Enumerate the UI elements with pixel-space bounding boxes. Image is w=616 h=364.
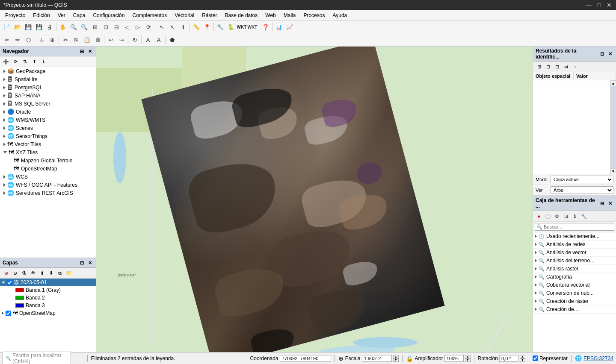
label2-btn[interactable]: A [154, 35, 164, 45]
nav-item-sensorthings[interactable]: 🌐 SensorThings [0, 132, 96, 140]
cut-btn[interactable]: ✂ [60, 35, 71, 45]
nav-item-mapzen[interactable]: 🗺 Mapzen Global Terrain [0, 156, 96, 164]
menu-basedatos[interactable]: Base de datos [222, 12, 261, 19]
nav-item-scenes[interactable]: 🌐 Scenes [0, 124, 96, 132]
minimize-button[interactable]: — [585, 2, 592, 9]
osm-layer-checkbox[interactable] [6, 311, 11, 316]
layers-filter-btn[interactable]: ⚗ [20, 269, 28, 277]
navigator-collapse-icon[interactable]: ⊟ [78, 48, 85, 55]
chart1-btn[interactable]: 📊 [274, 22, 284, 32]
layers-collapse-icon[interactable]: ⊟ [78, 259, 85, 266]
snap-btn[interactable]: ⊕ [47, 35, 57, 45]
nav-item-wcs[interactable]: 🌐 WCS [0, 173, 96, 181]
deselect-btn[interactable]: ↖ [167, 22, 178, 32]
nav-item-mssql[interactable]: 🗄 MS SQL Server [0, 100, 96, 108]
toolbox-btn2[interactable]: 🕐 [544, 212, 552, 220]
rot-spin-down[interactable]: ▼ [520, 358, 525, 362]
layer-item-osm[interactable]: 🗺 OpenStreetMap [0, 309, 96, 317]
status-rot-spin[interactable]: ▲ ▼ [520, 355, 525, 362]
zoom-in-btn[interactable]: 🔍 [68, 22, 79, 32]
pan-prev-btn[interactable]: ◁ [122, 22, 132, 32]
nav-item-geopackage[interactable]: 📦 GeoPackage [0, 67, 96, 75]
map-canvas[interactable]: Matapana Bora River [96, 47, 533, 352]
toolbox-item-vector[interactable]: 🔍 Análisis de vector [533, 249, 616, 257]
nav-item-saphana[interactable]: 🗄 SAP HANA [0, 91, 96, 100]
diagram-btn[interactable]: ⬟ [167, 35, 177, 45]
layers-close-icon[interactable]: ✕ [86, 259, 93, 266]
menu-raster[interactable]: Ráster [198, 12, 220, 19]
toolbox-item-cobertura[interactable]: 🔍 Cobertura vectorial [533, 281, 616, 289]
status-scale-spin[interactable]: ▲ ▼ [393, 355, 399, 362]
select-btn[interactable]: ↖ [157, 22, 167, 32]
mode-select[interactable]: Capa actual [551, 176, 613, 183]
map-area[interactable]: Matapana Bora River [96, 47, 533, 352]
menu-edicion[interactable]: Edición [30, 12, 53, 19]
status-epsg[interactable]: EPSG:32734 [583, 355, 613, 361]
undo-btn[interactable]: ↩ [106, 35, 116, 45]
nav-item-osm[interactable]: 🗺 OpenStreetMap [0, 164, 96, 173]
toolbox-collapse-icon[interactable]: ⊟ [598, 200, 605, 207]
nav-filter-btn[interactable]: ⚗ [21, 57, 29, 66]
toolbox-btn5[interactable]: ℹ [571, 212, 579, 220]
toolbox-item-redes[interactable]: 🔍 Análisis de redes [533, 241, 616, 249]
amp-spin-down[interactable]: ▼ [465, 358, 471, 362]
toolbox-btn6[interactable]: 🔧 [580, 212, 588, 220]
layers-remove-btn[interactable]: ⊖ [11, 269, 19, 277]
toolbox-item-raster-analisis[interactable]: 🔍 Análisis ráster [533, 265, 616, 273]
results-collapse-icon[interactable]: ⊟ [598, 50, 605, 57]
toolbox-item-conversion[interactable]: 🔍 Conversión de nub... [533, 289, 616, 297]
toolbox-close-icon[interactable]: ✕ [607, 200, 613, 207]
status-amp-spin[interactable]: ▲ ▼ [465, 355, 471, 362]
toolbox-btn3[interactable]: ⚙ [553, 212, 561, 220]
nav-item-arcgis[interactable]: 🌐 Servidores REST ArcGIS [0, 189, 96, 197]
close-button[interactable]: ✕ [606, 2, 613, 9]
delete-btn[interactable]: 🗑 [92, 35, 103, 45]
pan-next-btn[interactable]: ▷ [133, 22, 143, 32]
toolbox-item-cartografia[interactable]: 🔍 Cartografía [533, 273, 616, 281]
toolbox-item-reciente[interactable]: 🕐 Usado recientemente... [533, 232, 616, 241]
nav-item-spatialite[interactable]: 🗄 SpatiaLite [0, 75, 96, 83]
status-search-box[interactable]: 🔍 Escriba para localizar (Ctrl+K) [3, 352, 71, 364]
menu-vectorial[interactable]: Vectorial [171, 12, 198, 19]
menu-malla[interactable]: Malla [280, 12, 299, 19]
nav-add-btn[interactable]: ➕ [2, 57, 10, 66]
menu-configuracion[interactable]: Configuración [89, 12, 128, 19]
redo-btn[interactable]: ↪ [116, 35, 127, 45]
layers-toggle-btn[interactable]: 👁 [29, 269, 37, 277]
copy-btn[interactable]: ⎘ [71, 35, 81, 45]
pan-btn[interactable]: ✋ [58, 22, 68, 32]
nav-item-postgresql[interactable]: 🗄 PostgreSQL [0, 83, 96, 91]
nav-item-xyztiles[interactable]: 🗺 XYZ Tiles [0, 148, 96, 156]
node-tool-btn[interactable]: ⊹ [36, 35, 47, 45]
results-scroll-up[interactable]: ▲ [610, 80, 616, 86]
help-btn[interactable]: ❓ [261, 22, 271, 32]
results-btn2[interactable]: ⊡ [544, 62, 552, 71]
nav-up-btn[interactable]: ⬆ [30, 57, 38, 66]
refresh-btn[interactable]: ⟳ [143, 22, 154, 32]
rotate-btn[interactable]: ↻ [130, 35, 140, 45]
edit-pen-btn[interactable]: ✏ [12, 35, 23, 45]
status-scale-input[interactable] [362, 355, 392, 362]
menu-web[interactable]: Web [262, 12, 279, 19]
plugins-btn[interactable]: 🔧 [215, 22, 225, 32]
chart2-btn[interactable]: 📈 [284, 22, 295, 32]
label-btn[interactable]: A [143, 35, 153, 45]
layer-item-banda2[interactable]: Banda 2 [0, 294, 96, 302]
status-coord-input[interactable] [280, 355, 331, 362]
results-scroll-down[interactable]: ▼ [610, 168, 616, 174]
menu-ver[interactable]: Ver [54, 12, 69, 19]
toolbox-btn4[interactable]: ⊡ [562, 212, 570, 220]
zoom-out-btn[interactable]: 🔍 [79, 22, 89, 32]
menu-procesos[interactable]: Procesos [300, 12, 328, 19]
layers-move-up-btn[interactable]: ⬆ [38, 269, 46, 277]
open-project-btn[interactable]: 📂 [12, 22, 23, 32]
navigator-close-icon[interactable]: ✕ [86, 48, 93, 55]
status-render-checkbox[interactable] [533, 355, 538, 361]
menu-complementos[interactable]: Complementos [129, 12, 170, 19]
python-btn[interactable]: 🐍 [226, 22, 236, 32]
results-btn4[interactable]: ⇉ [562, 62, 570, 71]
layer-item-banda1[interactable]: Banda 1 (Gray) [0, 286, 96, 294]
nav-item-oracle[interactable]: 🔵 Oracle [0, 108, 96, 116]
toolbox-item-creacion-raster[interactable]: 🔍 Creación de ráster [533, 297, 616, 305]
scale-spin-down[interactable]: ▼ [393, 358, 399, 362]
